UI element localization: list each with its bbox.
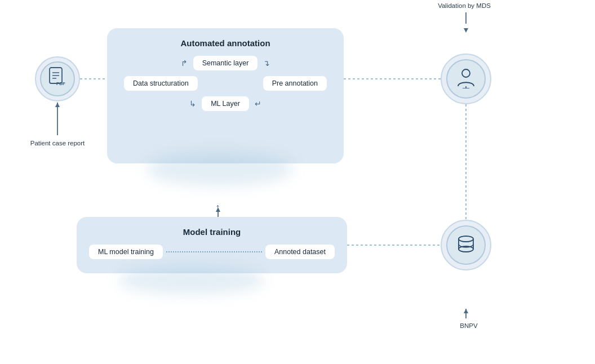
training-dotted-line: [166, 251, 262, 252]
person-icon: [456, 67, 476, 91]
semantic-layer-pill: Semantic layer: [193, 56, 258, 70]
pdf-node: PDF: [35, 56, 80, 101]
svg-point-20: [459, 236, 473, 242]
svg-marker-9: [464, 28, 468, 33]
ml-layer-pill: ML Layer: [202, 96, 249, 111]
down-right-icon: ↴: [263, 59, 270, 68]
training-panel-title: Model training: [89, 227, 335, 237]
annotation-blob: [146, 152, 293, 186]
person-node: [441, 54, 491, 104]
up-arrow-training: ↑: [215, 202, 220, 214]
svg-marker-11: [464, 309, 468, 313]
pdf-icon: PDF: [48, 67, 66, 91]
annotation-row-1: ↱ Semantic layer ↴: [119, 56, 331, 70]
svg-marker-7: [55, 103, 60, 107]
return-icon: ↵: [255, 99, 261, 108]
database-node: [441, 220, 491, 270]
pdf-node-inner: PDF: [40, 61, 75, 96]
svg-point-17: [462, 69, 470, 77]
pre-annotation-pill: Pre annotation: [263, 76, 327, 91]
pdf-node-label: Patient case report: [24, 140, 91, 147]
training-panel: Model training ML model training Annoted…: [77, 217, 347, 273]
annoted-dataset-pill: Annoted dataset: [265, 245, 335, 259]
validation-label: Validation by MDS: [425, 2, 504, 9]
annotation-panel-title: Automated annotation: [119, 38, 331, 48]
annotation-panel: Automated annotation ↱ Semantic layer ↴ …: [107, 28, 344, 163]
svg-text:PDF: PDF: [56, 81, 65, 86]
ml-model-training-pill: ML model training: [89, 245, 163, 259]
annotation-row-2: Data structuration Pre annotation: [119, 76, 331, 91]
database-icon: [456, 234, 476, 256]
turn-down-right-icon: ↳: [189, 99, 196, 108]
training-blob: [118, 266, 265, 294]
person-node-inner: [446, 59, 486, 99]
bnpv-label: BNPV: [452, 322, 486, 329]
training-row: ML model training Annoted dataset: [89, 245, 335, 259]
diagram-container: PDF Patient case report Automated annota…: [0, 0, 595, 364]
annotation-row-3: ↳ ML Layer ↵: [119, 96, 331, 111]
data-structuration-pill: Data structuration: [124, 76, 198, 91]
database-node-inner: [446, 225, 486, 265]
turn-right-icon: ↱: [181, 59, 188, 68]
